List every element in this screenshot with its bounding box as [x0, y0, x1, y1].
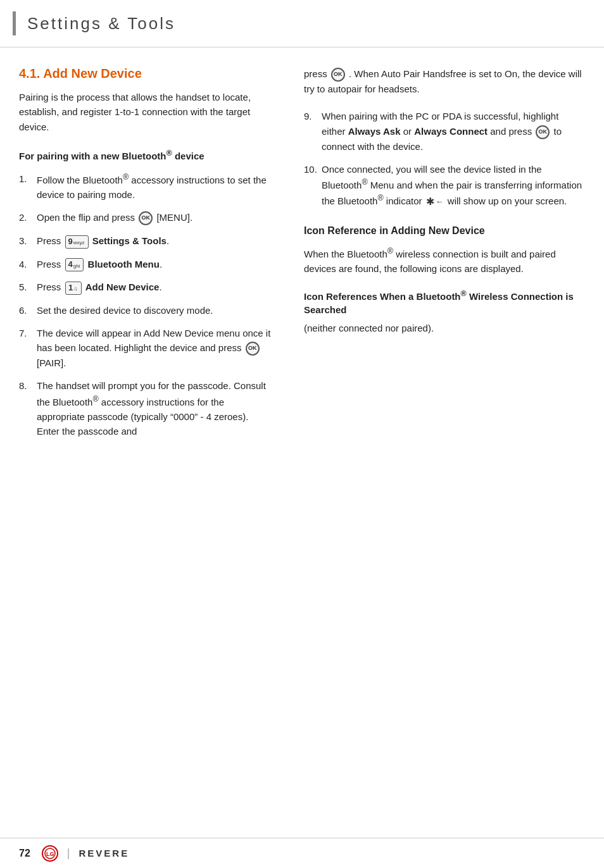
- lg-circle-icon: LG: [42, 845, 58, 862]
- list-item: 3. Press 9wxyz Settings & Tools.: [19, 233, 272, 248]
- icon-ref-sub-text: (neither connected nor paired).: [304, 321, 585, 335]
- list-item: 9. When pairing with the PC or PDA is su…: [304, 109, 585, 154]
- footer-brand: REVERE: [79, 848, 129, 859]
- key-9-button: 9wxyz: [65, 235, 89, 249]
- top-bar-accent: [13, 11, 16, 35]
- list-num: 6.: [19, 303, 37, 318]
- list-num: 4.: [19, 257, 37, 271]
- list-content: When pairing with the PC or PDA is succe…: [322, 109, 585, 154]
- section-heading: 4.1. Add New Device: [19, 66, 272, 81]
- icon-ref-intro-text: When the Bluetooth® wireless connection …: [304, 245, 585, 276]
- continuation-text: press OK . When Auto Pair Handsfree is s…: [304, 66, 585, 96]
- list-item: 2. Open the flip and press OK [MENU].: [19, 210, 272, 225]
- bluetooth-indicator-icon: ✱ ←: [426, 194, 444, 210]
- page-number: 72: [19, 848, 30, 859]
- list-content: The handset will prompt you for the pass…: [37, 378, 272, 438]
- list-item: 8. The handset will prompt you for the p…: [19, 378, 272, 438]
- list-content: Press 1♫ Add New Device.: [37, 280, 272, 294]
- list-num: 3.: [19, 233, 37, 248]
- list-item: 7. The device will appear in Add New Dev…: [19, 326, 272, 371]
- list-content: Once connected, you will see the device …: [322, 162, 585, 210]
- list-content: Press 9wxyz Settings & Tools.: [37, 233, 272, 248]
- ok-button-icon: OK: [139, 211, 153, 225]
- list-content: The device will appear in Add New Device…: [37, 326, 272, 371]
- list-num: 8.: [19, 378, 37, 393]
- ok-button-icon: OK: [246, 342, 260, 356]
- left-col: 4.1. Add New Device Pairing is the proce…: [0, 60, 291, 459]
- key-1-button: 1♫: [65, 282, 82, 295]
- list-num: 7.: [19, 326, 37, 340]
- intro-text: Pairing is the process that allows the h…: [19, 90, 272, 134]
- steps-list: 1. Follow the Bluetooth® accessory instr…: [19, 171, 272, 439]
- icon-ref-heading: Icon Reference in Adding New Device: [304, 224, 585, 238]
- page-container: Settings & Tools 4.1. Add New Device Pai…: [0, 0, 604, 868]
- lg-logo-svg: LG: [44, 848, 56, 859]
- content-area: 4.1. Add New Device Pairing is the proce…: [0, 54, 604, 459]
- page-title: Settings & Tools: [27, 14, 175, 34]
- top-bar: Settings & Tools: [0, 0, 604, 47]
- bluetooth-arrow-icon: ←: [436, 195, 444, 208]
- list-num: 10.: [304, 162, 322, 177]
- right-steps-list: 9. When pairing with the PC or PDA is su…: [304, 109, 585, 209]
- ok-button-icon: OK: [536, 125, 550, 139]
- list-content: Press 4ghi Bluetooth Menu.: [37, 257, 272, 271]
- pairing-subheading: For pairing with a new Bluetooth® device: [19, 148, 272, 163]
- lg-logo: LG: [42, 845, 58, 862]
- icon-ref-sub-heading: Icon References When a Bluetooth® Wirele…: [304, 288, 585, 318]
- list-item: 10. Once connected, you will see the dev…: [304, 162, 585, 210]
- list-content: Open the flip and press OK [MENU].: [37, 210, 272, 225]
- list-item: 1. Follow the Bluetooth® accessory instr…: [19, 171, 272, 202]
- list-num: 5.: [19, 280, 37, 294]
- list-num: 9.: [304, 109, 322, 123]
- right-col: press OK . When Auto Pair Handsfree is s…: [291, 60, 604, 459]
- list-item: 4. Press 4ghi Bluetooth Menu.: [19, 257, 272, 271]
- list-item: 6. Set the desired device to discovery m…: [19, 303, 272, 318]
- bluetooth-star-icon: ✱: [426, 194, 434, 210]
- list-content: Follow the Bluetooth® accessory instruct…: [37, 171, 272, 202]
- icon-reference-section: Icon Reference in Adding New Device When…: [304, 224, 585, 336]
- list-content: Set the desired device to discovery mode…: [37, 303, 272, 318]
- list-item: 5. Press 1♫ Add New Device.: [19, 280, 272, 294]
- ok-button-icon: OK: [331, 68, 345, 82]
- list-num: 2.: [19, 210, 37, 225]
- footer-divider: |: [67, 846, 70, 860]
- key-4-button: 4ghi: [65, 258, 84, 271]
- svg-text:LG: LG: [46, 851, 54, 857]
- footer: 72 LG | REVERE: [0, 838, 604, 868]
- list-num: 1.: [19, 171, 37, 186]
